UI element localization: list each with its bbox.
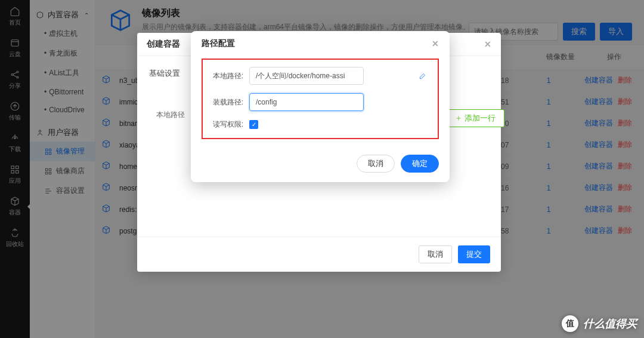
local-path-column: 本地路径 (149, 86, 192, 126)
add-row-button[interactable]: 添加一行 (446, 109, 504, 127)
modal2-footer: 取消 确定 (191, 148, 450, 182)
close-icon[interactable]: ✕ (432, 39, 439, 48)
watermark: 值 什么值得买 (562, 315, 637, 332)
plus-icon (455, 115, 462, 122)
edit-icon[interactable] (419, 72, 427, 80)
modal2-header: 路径配置 ✕ (191, 31, 450, 56)
local-path-input[interactable] (249, 67, 364, 85)
cancel-button[interactable]: 取消 (357, 155, 395, 173)
highlight-box: 本地路径: 装载路径: 读写权限: ✓ (202, 59, 439, 139)
rw-checkbox[interactable]: ✓ (249, 120, 258, 129)
path-config-modal: 路径配置 ✕ 本地路径: 装载路径: 读写权限: ✓ (191, 31, 450, 182)
cancel-button[interactable]: 取消 (419, 245, 452, 263)
mount-path-label: 装载路径: (209, 97, 243, 107)
close-icon[interactable]: ✕ (484, 39, 491, 49)
mount-path-input[interactable] (249, 93, 364, 111)
watermark-icon: 值 (562, 315, 578, 332)
confirm-button[interactable]: 确定 (401, 155, 439, 173)
local-path-label: 本地路径: (209, 71, 243, 81)
rw-label: 读写权限: (209, 119, 243, 130)
submit-button[interactable]: 提交 (458, 245, 490, 263)
modal1-footer: 取消 提交 (137, 236, 501, 272)
